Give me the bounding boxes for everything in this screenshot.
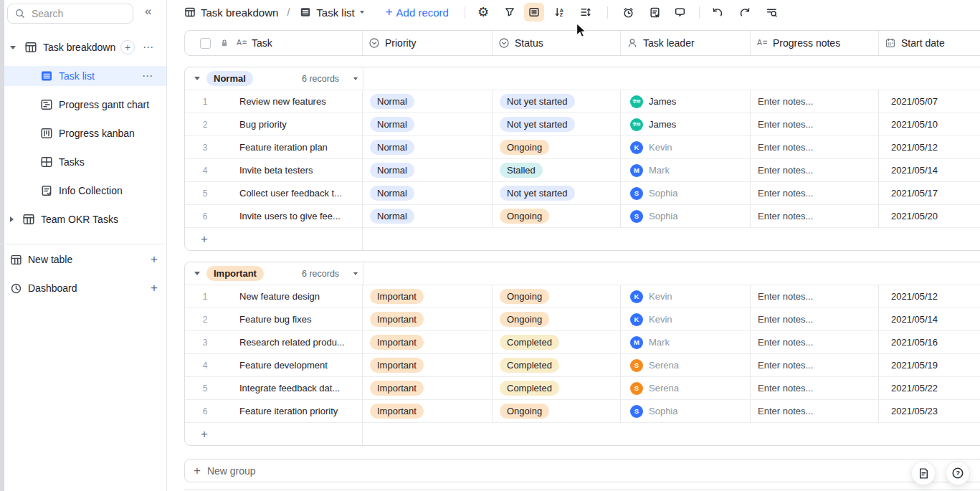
priority-cell[interactable]: Important — [363, 377, 493, 399]
leader-cell[interactable]: 李经 James — [621, 113, 751, 135]
notes-cell[interactable]: Enter notes... — [751, 377, 879, 399]
priority-cell[interactable]: Normal — [363, 182, 493, 204]
task-cell[interactable]: 2 Bug priority — [185, 113, 363, 135]
leader-cell[interactable]: K Kevin — [621, 308, 751, 330]
priority-cell[interactable]: Normal — [363, 136, 493, 158]
task-cell[interactable]: 4 Feature development — [185, 354, 363, 376]
add-table-button[interactable]: + — [151, 252, 158, 267]
date-cell[interactable]: 2021/05/17 — [879, 182, 980, 204]
priority-cell[interactable]: Important — [363, 308, 493, 330]
add-record-row[interactable]: + — [185, 228, 980, 250]
notes-cell[interactable]: Enter notes... — [751, 90, 879, 113]
status-cell[interactable]: Ongoing — [493, 205, 621, 227]
search-input[interactable]: Search — [7, 4, 133, 24]
notes-cell[interactable]: Enter notes... — [751, 285, 879, 308]
notes-cell[interactable]: Enter notes... — [751, 113, 879, 135]
date-cell[interactable]: 2021/05/20 — [879, 205, 980, 227]
date-cell[interactable]: 2021/05/14 — [879, 159, 980, 181]
column-header-start-date[interactable]: Start date — [879, 31, 980, 55]
status-cell[interactable]: Stalled — [493, 159, 621, 181]
undo-icon[interactable] — [711, 6, 723, 19]
view-dropdown-caret[interactable] — [360, 11, 364, 14]
date-cell[interactable]: 2021/05/16 — [879, 331, 980, 353]
notes-cell[interactable]: Enter notes... — [751, 400, 879, 422]
column-header-status[interactable]: Status — [493, 31, 621, 55]
new-group-button[interactable]: + New group — [184, 459, 980, 482]
add-record-button[interactable]: +Add record — [386, 5, 449, 19]
leader-cell[interactable]: M Mark — [621, 159, 751, 181]
task-cell[interactable]: 2 Feature bug fixes — [185, 308, 363, 330]
task-cell[interactable]: 3 Feature iteration plan — [185, 136, 363, 158]
add-dashboard-button[interactable]: + — [151, 281, 158, 295]
date-cell[interactable]: 2021/05/10 — [879, 113, 980, 135]
notes-cell[interactable]: Enter notes... — [751, 331, 879, 353]
more-icon[interactable]: ⋯ — [143, 41, 154, 54]
leader-cell[interactable]: S Serena — [621, 377, 751, 399]
sidebar-item-new-table[interactable]: New table + — [0, 249, 166, 270]
notes-cell[interactable]: Enter notes... — [751, 182, 879, 204]
breadcrumb-view[interactable]: Task list — [316, 6, 354, 19]
sidebar-item-task-list[interactable]: Task list ⋯ — [4, 66, 166, 86]
group-collapse-caret[interactable] — [194, 272, 200, 275]
priority-cell[interactable]: Important — [363, 285, 493, 308]
notes-cell[interactable]: Enter notes... — [751, 159, 879, 181]
leader-cell[interactable]: S Sophia — [621, 205, 751, 227]
priority-cell[interactable]: Important — [363, 354, 493, 376]
status-cell[interactable]: Completed — [493, 354, 621, 376]
column-header-priority[interactable]: Priority — [363, 31, 493, 55]
status-cell[interactable]: Not yet started — [493, 90, 621, 113]
sort-icon[interactable]: AZ — [554, 6, 566, 18]
select-all-checkbox[interactable] — [200, 38, 211, 49]
date-cell[interactable]: 2021/05/22 — [879, 377, 980, 399]
group-name-pill[interactable]: Normal — [206, 71, 253, 86]
alarm-clock-icon[interactable] — [622, 6, 634, 19]
record-count-caret[interactable] — [353, 77, 358, 80]
sidebar-item-progress-gantt-chart[interactable]: Progress gantt chart — [0, 95, 166, 115]
priority-cell[interactable]: Important — [363, 400, 493, 422]
add-record-row[interactable]: + — [185, 423, 980, 445]
task-cell[interactable]: 4 Invite beta testers — [185, 159, 363, 181]
notes-cell[interactable]: Enter notes... — [751, 205, 879, 227]
priority-cell[interactable]: Important — [363, 331, 493, 353]
notes-cell[interactable]: Enter notes... — [751, 308, 879, 330]
column-header-progress-notes[interactable]: A Progress notes — [751, 31, 879, 55]
date-cell[interactable]: 2021/05/23 — [879, 400, 980, 422]
leader-cell[interactable]: S Sophia — [621, 182, 751, 204]
leader-cell[interactable]: 李经 James — [621, 90, 751, 113]
sidebar-item-tasks[interactable]: Tasks — [0, 152, 166, 172]
chevron-right-icon[interactable] — [10, 216, 14, 222]
sidebar-item-dashboard[interactable]: Dashboard + — [0, 278, 166, 298]
leader-cell[interactable]: S Serena — [621, 354, 751, 376]
collapse-sidebar-icon[interactable]: « — [145, 4, 151, 19]
task-cell[interactable]: 5 Integrate feedback dat... — [185, 377, 363, 399]
task-cell[interactable]: 5 Collect user feedback t... — [185, 182, 363, 204]
priority-cell[interactable]: Normal — [363, 205, 493, 227]
status-cell[interactable]: Completed — [493, 331, 621, 353]
leader-cell[interactable]: S Sophia — [621, 400, 751, 422]
status-cell[interactable]: Ongoing — [493, 308, 621, 330]
date-cell[interactable]: 2021/05/07 — [879, 90, 980, 113]
task-cell[interactable]: 3 Research related produ... — [185, 331, 363, 353]
comment-icon[interactable] — [674, 6, 686, 19]
task-cell[interactable]: 6 Invite users to give fee... — [185, 205, 363, 227]
search-records-icon[interactable] — [766, 6, 778, 19]
add-record-row-cell[interactable]: + — [185, 228, 363, 250]
status-cell[interactable]: Not yet started — [493, 113, 621, 135]
task-cell[interactable]: 1 Review new features — [185, 90, 363, 113]
group-record-count[interactable]: 6 records — [302, 67, 358, 90]
status-cell[interactable]: Ongoing — [493, 136, 621, 158]
notes-cell[interactable]: Enter notes... — [751, 136, 879, 158]
row-height-icon[interactable] — [580, 6, 591, 18]
record-detail-button[interactable] — [911, 461, 936, 485]
sidebar-item-info-collection[interactable]: Info Collection — [0, 181, 166, 201]
group-view-button-active[interactable] — [524, 3, 544, 22]
group-collapse-caret[interactable] — [194, 77, 200, 80]
priority-cell[interactable]: Normal — [363, 90, 493, 113]
form-icon[interactable] — [649, 6, 661, 19]
status-cell[interactable]: Ongoing — [493, 285, 621, 308]
breadcrumb-base[interactable]: Task breakdown — [201, 6, 278, 19]
date-cell[interactable]: 2021/05/14 — [879, 308, 980, 330]
sidebar-item-team-okr-tasks[interactable]: Team OKR Tasks — [0, 209, 166, 229]
task-cell[interactable]: 6 Feature iteration priority — [185, 400, 363, 422]
group-name-pill[interactable]: Important — [206, 266, 264, 281]
